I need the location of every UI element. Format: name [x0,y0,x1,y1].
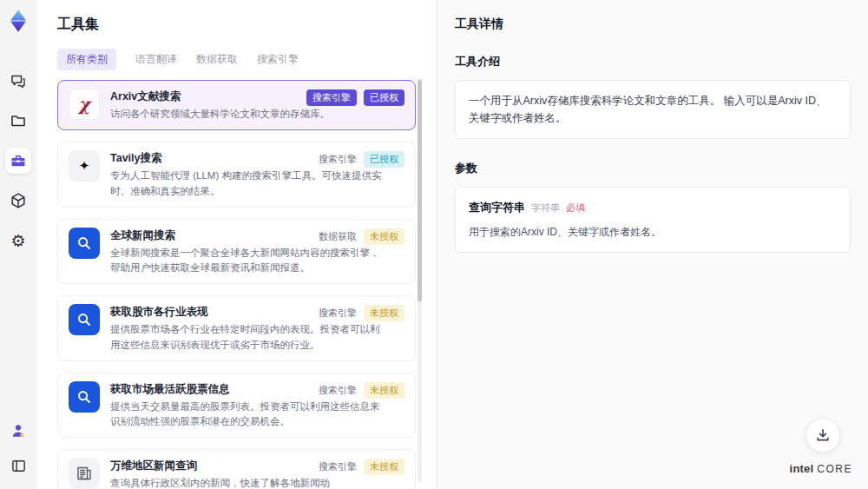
download-icon [815,427,831,443]
category-tab[interactable]: 数据获取 [196,49,238,70]
tool-card[interactable]: 万维地区新闻查询 查询具体行政区划内的新闻，快速了解各地新闻动 搜索引擎 未授权 [57,449,416,489]
intro-text: 一个用于从Arxiv存储库搜索科学论文和文章的工具。 输入可以是Arxiv ID… [469,95,827,124]
tool-list-panel: 工具集 所有类别语言翻译数据获取搜索引擎 χ Arxiv文献搜索 访问各个研究领… [36,0,437,489]
param-type: 字符串 [531,201,560,216]
param-name: 查询字符串 [469,199,525,217]
intel-core-logo: intel CORE [790,462,852,475]
chat-icon[interactable] [5,68,31,94]
params-heading: 参数 [455,161,851,176]
category-tab[interactable]: 搜索引擎 [257,49,299,70]
searchblue-tool-icon [69,381,100,413]
tool-desc: 专为人工智能代理 (LLM) 构建的搜索引擎工具。可快速提供实时、准确和真实的结… [110,169,386,199]
tool-card[interactable]: χ Arxiv文献搜索 访问各个研究领域大量科学论文和文章的存储库。 搜索引擎 … [57,80,416,130]
param-desc: 用于搜索的Arxiv ID、关键字或作者姓名。 [469,224,837,241]
brand-intel-text: intel [790,462,814,475]
detail-title: 工具详情 [455,17,851,32]
tool-category-badge: 搜索引擎 [306,89,357,106]
tool-status-badge: 已授权 [364,151,404,168]
tool-status-badge: 未授权 [364,228,404,245]
star-tool-icon: ✦ [69,150,100,182]
param-header: 查询字符串 字符串 必填 [469,199,837,217]
tool-detail-panel: 工具详情 工具介绍 一个用于从Arxiv存储库搜索科学论文和文章的工具。 输入可… [437,0,868,489]
tool-card[interactable]: ✦ Tavily搜索 专为人工智能代理 (LLM) 构建的搜索引擎工具。可快速提… [57,142,416,208]
app-logo-icon [6,9,30,33]
tool-status-badge: 未授权 [364,305,404,321]
param-box: 查询字符串 字符串 必填 用于搜索的Arxiv ID、关键字或作者姓名。 [455,187,851,253]
cube-icon[interactable] [5,188,31,214]
tool-desc: 提供股票市场各个行业在特定时间段内的表现。投资者可以利用这些信息来识别表现优于或… [110,322,386,353]
tool-category-badge: 搜索引擎 [319,382,357,399]
searchblue-tool-icon [69,228,100,259]
tool-status-badge: 已授权 [364,89,404,106]
category-tabs: 所有类别语言翻译数据获取搜索引擎 [57,49,416,70]
tool-card[interactable]: 获取市场最活跃股票信息 提供当天交易量最高的股票列表。投资者可以利用这些信息来识… [57,373,416,439]
tool-desc: 全球新闻搜索是一个聚合全球各大新闻网站内容的搜索引擎，帮助用户快速获取全球最新资… [110,246,386,276]
toolbox-icon[interactable] [5,148,31,174]
list-scrollbar-thumb[interactable] [418,80,422,301]
icon-rail: ⚙ [0,0,36,489]
tool-category-badge: 搜索引擎 [319,305,357,321]
list-scrollbar[interactable] [418,78,422,482]
panel-toggle-icon[interactable] [5,453,31,479]
arxiv-tool-icon: χ [69,89,100,120]
tool-desc: 访问各个研究领域大量科学论文和文章的存储库。 [110,107,386,122]
brand-core-text: CORE [817,463,852,475]
settings-gear-icon[interactable]: ⚙ [5,228,31,254]
user-avatar-icon[interactable] [5,418,31,444]
download-button[interactable] [806,418,840,453]
intro-heading: 工具介绍 [455,54,851,69]
tool-category-badge: 数据获取 [319,228,357,245]
category-tab[interactable]: 语言翻译 [135,49,177,70]
tool-desc: 提供当天交易量最高的股票列表。投资者可以利用这些信息来识别流动性强的股票和潜在的… [110,400,386,430]
tool-status-badge: 未授权 [364,459,404,475]
category-tab[interactable]: 所有类别 [57,49,116,70]
tool-list: χ Arxiv文献搜索 访问各个研究领域大量科学论文和文章的存储库。 搜索引擎 … [57,80,416,489]
tool-card[interactable]: 全球新闻搜索 全球新闻搜索是一个聚合全球各大新闻网站内容的搜索引擎，帮助用户快速… [57,219,416,285]
intro-box: 一个用于从Arxiv存储库搜索科学论文和文章的工具。 输入可以是Arxiv ID… [455,80,851,139]
param-required-badge: 必填 [566,201,585,216]
tool-desc: 查询具体行政区划内的新闻，快速了解各地新闻动 [110,476,386,489]
tool-status-badge: 未授权 [364,382,404,399]
tool-card[interactable]: 获取股市各行业表现 提供股票市场各个行业在特定时间段内的表现。投资者可以利用这些… [57,295,416,361]
searchblue-tool-icon [69,304,100,335]
tool-category-badge: 搜索引擎 [319,459,357,475]
news-tool-icon [69,458,100,489]
folder-icon[interactable] [5,108,31,134]
tool-category-badge: 搜索引擎 [319,151,357,168]
page-title: 工具集 [57,16,416,34]
